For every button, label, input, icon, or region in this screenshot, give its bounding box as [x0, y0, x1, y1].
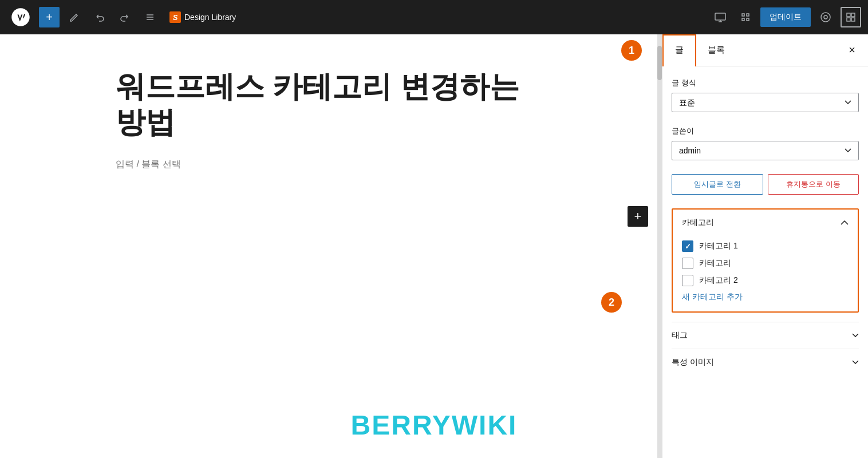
main-layout: 워드프레스 카테고리 변경하는 방법 입력 / 블록 선택 + 글 블록 ×: [0, 34, 868, 458]
action-buttons: 임시글로 전환 휴지통으로 이동: [672, 174, 859, 195]
svg-point-7: [824, 15, 827, 19]
tags-expand-icon: [852, 333, 859, 338]
post-title[interactable]: 워드프레스 카테고리 변경하는 방법: [116, 69, 542, 140]
sidebar-tabs: 글 블록 ×: [662, 34, 868, 66]
move-to-trash-button[interactable]: 휴지통으로 이동: [768, 174, 859, 195]
add-block-toolbar-button[interactable]: +: [39, 7, 60, 27]
featured-image-expand-icon: [852, 360, 859, 365]
featured-image-label: 특성 이미지: [672, 357, 714, 368]
toolbar-right: 업데이트: [710, 7, 861, 27]
scrollbar-thumb[interactable]: [657, 46, 662, 80]
category-item: 카테고리 2: [682, 275, 849, 286]
add-category-link[interactable]: 새 카테고리 추가: [682, 292, 849, 302]
editor-content: 워드프레스 카테고리 변경하는 방법 입력 / 블록 선택: [88, 34, 569, 205]
category-1-label: 카테고리 1: [699, 241, 738, 251]
preview-device-button[interactable]: [710, 7, 731, 27]
featured-image-header[interactable]: 특성 이미지: [672, 349, 859, 376]
settings-toggle-button[interactable]: [841, 7, 861, 27]
design-library-button[interactable]: S Design Library: [165, 9, 240, 25]
list-view-button[interactable]: [140, 7, 160, 27]
right-sidebar: 글 블록 × 글 형식 표준 글쓴이 admin: [662, 34, 868, 458]
svg-rect-11: [851, 18, 855, 21]
author-label: 글쓴이: [672, 126, 859, 136]
sidebar-content: 글 형식 표준 글쓴이 admin 임시글로 전환 휴지통으로 이동: [662, 66, 868, 458]
category-section: 카테고리 카테고리 1 카테고리: [672, 208, 859, 313]
svg-rect-10: [847, 18, 850, 21]
svg-rect-8: [847, 13, 850, 17]
post-format-label: 글 형식: [672, 78, 859, 88]
edit-icon-button[interactable]: [64, 7, 85, 27]
add-block-inline-button[interactable]: +: [628, 206, 648, 227]
author-select[interactable]: admin: [672, 141, 859, 160]
category-item: 카테고리 1: [682, 240, 849, 252]
convert-to-draft-button[interactable]: 임시글로 전환: [672, 174, 763, 195]
editor-area: 워드프레스 카테고리 변경하는 방법 입력 / 블록 선택 +: [0, 34, 657, 458]
svg-rect-3: [715, 13, 725, 20]
step-1-indicator: 1: [621, 40, 642, 61]
redo-button[interactable]: [115, 7, 135, 27]
category-label: 카테고리: [682, 218, 714, 228]
tab-post[interactable]: 글: [662, 34, 696, 66]
tags-section: 태그: [672, 322, 859, 349]
svg-point-6: [821, 13, 830, 22]
storybook-button[interactable]: [815, 7, 836, 27]
undo-button[interactable]: [89, 7, 110, 27]
post-format-select[interactable]: 표준: [672, 93, 859, 112]
update-button[interactable]: 업데이트: [760, 7, 811, 27]
category-3-checkbox[interactable]: [682, 275, 693, 286]
wp-logo[interactable]: [7, 0, 34, 34]
tags-label: 태그: [672, 330, 688, 341]
tags-header[interactable]: 태그: [672, 322, 859, 349]
post-format-section: 글 형식 표준: [672, 78, 859, 112]
editor-scrollbar: [657, 34, 662, 458]
category-1-checkbox[interactable]: [682, 240, 693, 252]
tab-block[interactable]: 블록: [696, 34, 736, 66]
featured-image-section: 특성 이미지: [672, 349, 859, 376]
category-2-label: 카테고리: [699, 258, 731, 269]
author-section: 글쓴이 admin: [672, 126, 859, 160]
category-3-label: 카테고리 2: [699, 275, 738, 286]
category-collapse-icon: [841, 220, 849, 226]
sidebar-close-button[interactable]: ×: [843, 41, 861, 60]
category-body: 카테고리 1 카테고리 카테고리 2 새 카테고리 추가: [673, 236, 858, 311]
toolbar: + S Design Library: [0, 0, 868, 34]
step-2-indicator: 2: [601, 292, 622, 313]
design-library-label: Design Library: [184, 13, 236, 22]
category-2-checkbox[interactable]: [682, 258, 693, 269]
svg-rect-9: [851, 13, 855, 17]
view-button[interactable]: [735, 7, 756, 27]
s-icon: S: [169, 11, 181, 23]
category-header[interactable]: 카테고리: [673, 210, 858, 236]
category-item: 카테고리: [682, 258, 849, 269]
post-placeholder[interactable]: 입력 / 블록 선택: [116, 159, 542, 171]
